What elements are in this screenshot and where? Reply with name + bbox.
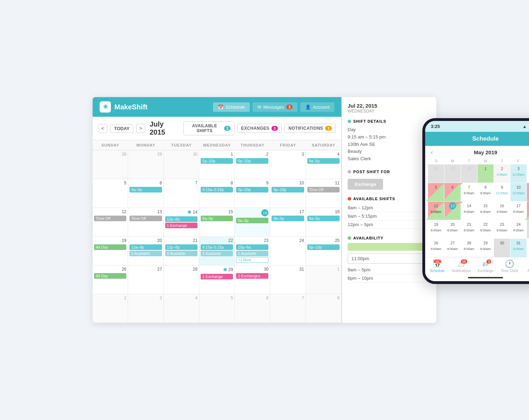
list-item[interactable]: 3 Available bbox=[165, 251, 197, 256]
table-row[interactable]: 2 bbox=[93, 294, 128, 323]
list-item[interactable]: 9a–5p bbox=[236, 218, 268, 223]
list-item[interactable]: 1112:00pm bbox=[527, 183, 529, 201]
table-row[interactable]: 6 9a–5p bbox=[128, 179, 163, 208]
list-item[interactable]: 9am – 5:15pm bbox=[348, 212, 431, 221]
table-row[interactable]: 15 9a–5p bbox=[199, 208, 235, 237]
list-item[interactable]: 9a–5p bbox=[201, 216, 233, 221]
list-item[interactable]: 158:00am bbox=[477, 202, 494, 220]
list-item[interactable]: 168:00am bbox=[494, 202, 510, 220]
list-item[interactable]: 10p–6a bbox=[236, 244, 268, 250]
exchange-button[interactable]: Exchange bbox=[348, 179, 383, 190]
list-item[interactable]: 268:00am bbox=[428, 239, 444, 257]
time-input[interactable] bbox=[348, 253, 431, 264]
list-item[interactable]: All Day bbox=[94, 273, 126, 279]
table-row[interactable]: 6 bbox=[235, 294, 270, 323]
list-item[interactable]: All Day bbox=[94, 244, 126, 250]
table-row[interactable]: 18 9a–5p bbox=[306, 208, 341, 237]
list-item[interactable]: 1 Exchange bbox=[165, 223, 197, 228]
list-item[interactable]: 12p–8p bbox=[165, 244, 197, 250]
table-row[interactable]: 25 5p–10p bbox=[306, 237, 341, 265]
table-row[interactable]: 31 bbox=[270, 265, 306, 294]
list-item[interactable]: 5 bbox=[428, 183, 444, 201]
table-row[interactable]: 20 12a–8p 3 Available bbox=[128, 237, 163, 265]
list-item[interactable]: 9am – 12pm bbox=[348, 204, 431, 212]
table-row[interactable]: ✱14 12p–8p 1 Exchange bbox=[164, 208, 199, 237]
account-nav-button[interactable]: 👤 Account bbox=[300, 102, 334, 112]
mobile-nav-account[interactable]: 👤 Account bbox=[522, 260, 529, 273]
list-item[interactable]: 12pm – 5pm bbox=[348, 221, 431, 229]
list-item[interactable] bbox=[527, 239, 529, 257]
table-row[interactable]: 21 12p–8p 3 Available bbox=[164, 237, 199, 265]
table-row[interactable]: 1 bbox=[306, 265, 341, 294]
today-button[interactable]: TODAY bbox=[110, 124, 133, 133]
table-row[interactable]: 2 5p–10p bbox=[235, 150, 270, 179]
table-row[interactable]: 12 Time Off bbox=[93, 208, 128, 237]
next-month-button[interactable]: > bbox=[136, 124, 145, 133]
table-row[interactable]: 7 bbox=[270, 294, 306, 323]
list-item[interactable]: 30 bbox=[494, 239, 510, 257]
table-row[interactable]: 16 9a–5p bbox=[235, 208, 270, 237]
list-item[interactable]: 5p–10p bbox=[236, 187, 268, 192]
table-row[interactable]: 8 bbox=[306, 294, 341, 323]
list-item[interactable]: 1 Exchange bbox=[201, 274, 233, 279]
list-item[interactable]: +2 More bbox=[236, 257, 268, 263]
table-row[interactable]: 17 9a–5p bbox=[270, 208, 306, 237]
list-item[interactable]: 9a–5p bbox=[272, 216, 304, 221]
list-item[interactable]: 12p–8p bbox=[165, 216, 197, 222]
list-item[interactable]: 1 bbox=[477, 164, 494, 183]
mobile-nav-notifications[interactable]: ⚠ 15 Notifications bbox=[449, 260, 474, 273]
messages-nav-button[interactable]: ✉ Messages 3 bbox=[253, 102, 297, 112]
table-row[interactable]: 5 bbox=[93, 179, 128, 208]
table-row[interactable]: 28 bbox=[93, 150, 128, 179]
list-item[interactable]: 238:00am bbox=[494, 220, 510, 238]
table-row[interactable]: 1 5p–10p bbox=[199, 150, 235, 179]
list-item[interactable]: 9a–5p bbox=[307, 216, 340, 221]
table-row[interactable]: 13 Time Off bbox=[128, 208, 163, 237]
table-row[interactable]: 30 bbox=[164, 150, 199, 179]
table-row[interactable]: 4 bbox=[164, 294, 199, 323]
list-item[interactable]: 4 bbox=[527, 164, 529, 183]
table-row[interactable]: 28 bbox=[164, 265, 199, 294]
list-item[interactable]: 12a–8p bbox=[129, 244, 162, 250]
mobile-nav-timeclock[interactable]: 🕐 Time Clock bbox=[497, 260, 522, 273]
list-item[interactable]: 28 bbox=[428, 164, 444, 183]
table-row[interactable]: ✱29 1 Exchange bbox=[199, 265, 235, 294]
list-item[interactable]: 318:00am bbox=[510, 239, 527, 257]
list-item[interactable]: 148:00am bbox=[461, 202, 477, 220]
list-item[interactable]: 18 bbox=[527, 202, 529, 220]
table-row[interactable]: 11 Time Off bbox=[306, 179, 341, 208]
list-item[interactable]: 1012:00pm bbox=[510, 183, 527, 201]
list-item[interactable]: 228:00am bbox=[477, 220, 494, 238]
list-item[interactable]: 298:00am bbox=[477, 239, 494, 257]
table-row[interactable]: 9 5p–10p bbox=[235, 179, 270, 208]
list-item[interactable]: 9:15a–5:15p bbox=[201, 187, 233, 192]
list-item[interactable]: Time Off bbox=[129, 216, 162, 221]
list-item[interactable]: 29 bbox=[444, 164, 461, 183]
exchanges-filter[interactable]: EXCHANGES 3 bbox=[237, 124, 282, 133]
table-row[interactable]: 4 9a–5p bbox=[306, 150, 341, 179]
list-item[interactable]: 2 Exchanges bbox=[236, 273, 268, 279]
schedule-nav-button[interactable]: 📅 Schedule bbox=[213, 102, 249, 112]
table-row[interactable]: 3 bbox=[128, 294, 163, 323]
list-item[interactable]: 23:30pm bbox=[494, 164, 510, 183]
list-item[interactable]: 198:00am bbox=[428, 220, 444, 238]
list-item[interactable]: 248:00am bbox=[510, 220, 527, 238]
list-item[interactable]: 9a–5p bbox=[307, 158, 340, 164]
mobile-prev-month[interactable]: ‹ bbox=[431, 149, 433, 156]
list-item[interactable]: 278:00am bbox=[444, 239, 461, 257]
table-row[interactable]: 19 All Day bbox=[93, 237, 128, 265]
list-item[interactable]: 5p–10p bbox=[201, 158, 233, 164]
list-item[interactable]: Time Off bbox=[94, 216, 126, 221]
prev-month-button[interactable]: < bbox=[98, 124, 107, 133]
list-item[interactable]: 88:00am bbox=[477, 183, 494, 201]
list-item[interactable]: 5p–10p bbox=[307, 244, 340, 250]
list-item[interactable]: 218:00am bbox=[461, 220, 477, 238]
mobile-nav-exchange[interactable]: ⇄ 2 Exchange bbox=[474, 260, 498, 273]
list-item[interactable]: 13 bbox=[444, 202, 461, 220]
list-item[interactable]: 312:00pm bbox=[510, 164, 527, 183]
table-row[interactable]: 10 5p–10p bbox=[270, 179, 306, 208]
list-item[interactable]: 9a–5p bbox=[129, 187, 162, 192]
list-item[interactable]: Time Off bbox=[307, 187, 340, 192]
list-item[interactable]: 3 Available bbox=[129, 251, 162, 256]
table-row[interactable]: 27 bbox=[128, 265, 163, 294]
